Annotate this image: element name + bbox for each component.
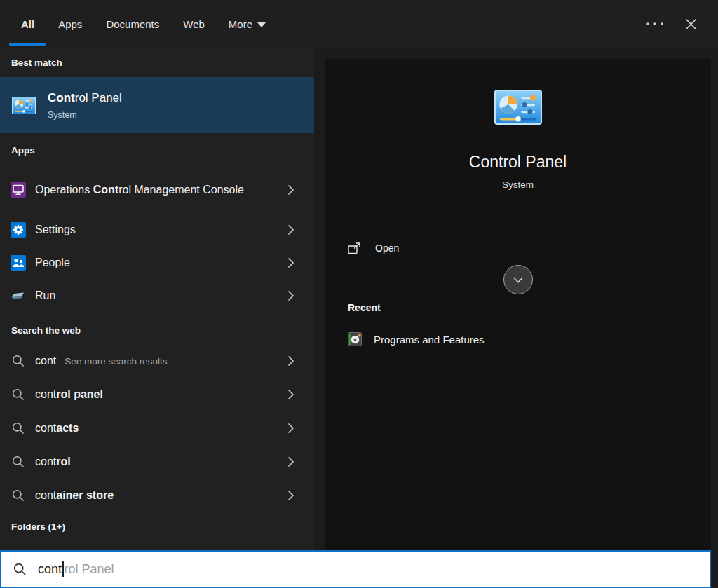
more-options-icon[interactable]: [646, 22, 664, 26]
expand-chevron-icon[interactable]: [287, 184, 294, 196]
best-match-title: Control Panel: [48, 91, 122, 105]
console-app-icon: [11, 182, 26, 198]
search-input[interactable]: cont rol Panel: [0, 550, 711, 588]
label-rest: rol Management Console: [118, 184, 244, 196]
folders-header: Folders (1+): [0, 512, 314, 532]
app-item-operations-control-management-console[interactable]: Operations Control Management Console: [0, 167, 314, 213]
completion-text: acts: [56, 422, 79, 434]
typed-text: cont: [35, 422, 56, 434]
web-suggestion-label: contacts: [35, 419, 79, 437]
web-suggestion-label: control: [35, 453, 71, 471]
app-item-label: Operations Control Management Console: [35, 181, 244, 199]
best-match-item-control-panel[interactable]: Control Panel System: [0, 77, 314, 133]
collapse-preview-button[interactable]: [503, 265, 533, 294]
tab-web[interactable]: Web: [183, 0, 205, 48]
completion-text: ainer store: [56, 489, 114, 501]
preview-title: Control Panel: [325, 153, 711, 172]
chevron-down-icon: [513, 277, 524, 283]
run-icon: [11, 288, 26, 303]
completion-text: rol panel: [56, 388, 103, 400]
best-match-title-match: Cont: [48, 91, 75, 104]
app-item-settings[interactable]: Settings: [0, 213, 314, 246]
label-match: Cont: [93, 184, 118, 196]
best-match-header: Best match: [0, 48, 314, 77]
query-text: cont: [35, 355, 56, 367]
web-suggestion-label: cont - See more search results: [35, 352, 168, 371]
window-controls: [646, 0, 718, 48]
search-input-text: cont rol Panel: [38, 561, 114, 577]
web-suggestion-label: control panel: [35, 385, 103, 404]
search-icon: [11, 421, 26, 436]
open-label: Open: [375, 242, 399, 254]
search-typed-text: cont: [38, 562, 62, 577]
tab-web-label: Web: [183, 18, 205, 30]
tab-documents[interactable]: Documents: [106, 0, 159, 48]
tab-all-label: All: [21, 18, 34, 30]
preview-subtitle: System: [325, 179, 711, 190]
text-cursor: [62, 561, 64, 577]
expand-chevron-icon[interactable]: [287, 423, 294, 434]
typed-text: cont: [35, 456, 56, 467]
search-inline-suggestion: rol Panel: [65, 562, 114, 577]
app-item-people[interactable]: People: [0, 246, 314, 279]
web-suggestion-container-store[interactable]: container store: [0, 479, 314, 512]
preview-panel: Control Panel System Open Recent Program…: [325, 59, 711, 550]
search-results-panel: Best match Control Panel System Apps: [0, 48, 314, 550]
search-icon: [11, 387, 26, 402]
tab-more-label: More: [229, 18, 252, 30]
active-tab-underline: [9, 43, 46, 46]
recent-header: Recent: [348, 302, 381, 313]
web-suggestion-contacts[interactable]: contacts: [0, 411, 314, 445]
recent-item-programs-and-features[interactable]: Programs and Features: [348, 332, 485, 346]
completion-text: rol: [56, 456, 70, 467]
label-pre: Operations: [35, 184, 93, 196]
control-panel-icon: [12, 97, 36, 114]
divider: [325, 219, 711, 219]
expand-chevron-icon[interactable]: [287, 257, 294, 268]
tab-documents-label: Documents: [106, 18, 159, 30]
programs-and-features-icon: [348, 332, 362, 346]
app-item-run[interactable]: Run: [0, 279, 314, 312]
best-match-title-rest: rol Panel: [75, 91, 122, 104]
settings-gear-icon: [11, 222, 26, 238]
control-panel-icon-large: [494, 90, 542, 125]
app-item-label: Run: [35, 287, 55, 305]
web-suggestion-control-panel[interactable]: control panel: [0, 378, 314, 411]
close-icon[interactable]: [685, 18, 697, 30]
tab-apps-label: Apps: [58, 18, 82, 30]
tab-all[interactable]: All: [21, 0, 34, 48]
apps-header: Apps: [0, 133, 314, 167]
tab-apps[interactable]: Apps: [58, 0, 82, 48]
open-action[interactable]: Open: [348, 238, 399, 259]
open-window-icon: [348, 242, 361, 254]
label-rest: People: [35, 257, 70, 268]
expand-chevron-icon[interactable]: [287, 389, 294, 400]
dropdown-arrow-icon: [257, 22, 266, 27]
search-icon: [11, 488, 26, 503]
best-match-text: Control Panel System: [48, 91, 122, 120]
web-suggestion-label: container store: [35, 486, 114, 505]
app-item-label: People: [35, 254, 70, 272]
label-rest: Settings: [35, 224, 76, 235]
search-icon: [11, 353, 26, 369]
expand-chevron-icon[interactable]: [287, 490, 294, 501]
web-suggestion-control[interactable]: control: [0, 445, 314, 479]
recent-item-label: Programs and Features: [374, 334, 485, 346]
label-rest: Run: [35, 289, 55, 301]
expand-chevron-icon[interactable]: [287, 290, 294, 301]
people-icon: [11, 255, 26, 271]
filter-tabs: All Apps Documents Web More: [21, 0, 266, 48]
search-icon: [13, 562, 27, 577]
typed-text: cont: [35, 388, 56, 400]
app-item-label: Settings: [35, 221, 76, 239]
search-filter-bar: All Apps Documents Web More: [0, 0, 718, 48]
best-match-subtitle: System: [48, 110, 122, 120]
see-more-suffix: - See more search results: [56, 356, 167, 367]
tab-more[interactable]: More: [229, 0, 266, 48]
expand-chevron-icon[interactable]: [287, 355, 294, 367]
typed-text: cont: [35, 489, 56, 501]
web-suggestion-see-more[interactable]: cont - See more search results: [0, 344, 314, 378]
expand-chevron-icon[interactable]: [287, 224, 294, 235]
expand-chevron-icon[interactable]: [287, 456, 294, 467]
search-web-header: Search the web: [0, 312, 314, 344]
